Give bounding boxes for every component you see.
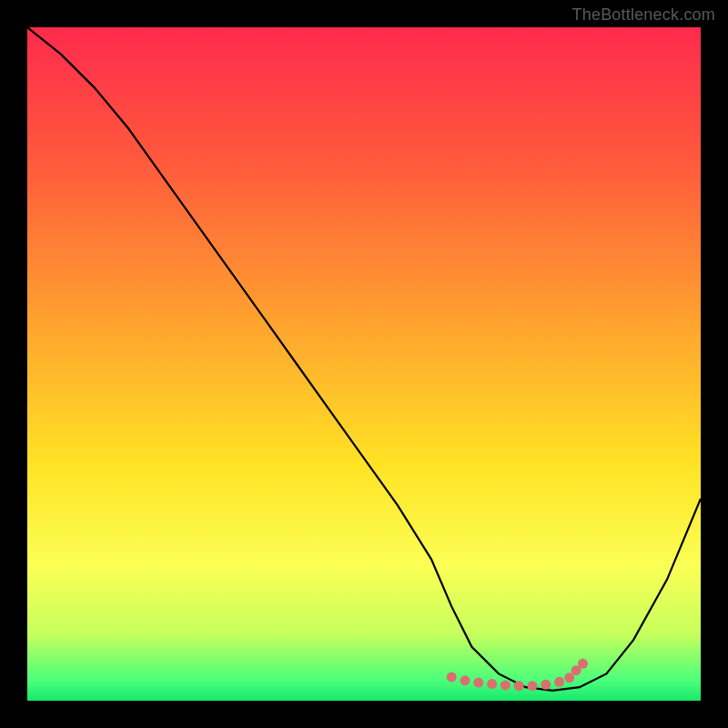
marker-dot <box>473 678 483 688</box>
marker-dot <box>564 672 574 682</box>
marker-dot <box>460 675 470 685</box>
marker-dot <box>447 672 457 682</box>
watermark-text: TheBottleneck.com <box>572 5 715 25</box>
marker-dot <box>514 681 524 691</box>
marker-dot <box>487 679 497 689</box>
marker-dot <box>500 680 511 690</box>
marker-dot <box>554 677 564 687</box>
marker-dot <box>541 680 551 690</box>
chart-plot-area <box>27 27 701 701</box>
chart-svg <box>27 27 701 701</box>
marker-dot <box>578 659 588 669</box>
marker-dot <box>528 681 538 691</box>
